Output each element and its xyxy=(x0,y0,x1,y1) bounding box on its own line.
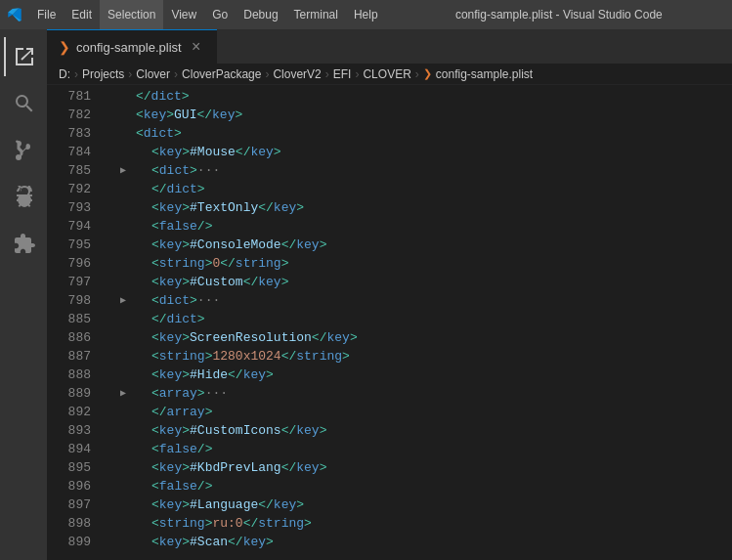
code-line-887: <string>1280x1024</string> xyxy=(101,347,722,366)
code-line-785: ▶ <dict>··· xyxy=(101,161,722,180)
file-icon: ❯ xyxy=(59,39,70,55)
code-line-796: <string>0</string> xyxy=(101,254,722,273)
source-control-icon[interactable] xyxy=(4,131,43,170)
menu-help[interactable]: Help xyxy=(346,0,386,29)
code-line-782: <key>GUI</key> xyxy=(101,106,722,124)
code-line-784: <key>#Mouse</key> xyxy=(101,143,722,161)
code-line-794: <false/> xyxy=(101,217,722,236)
code-line-885: </dict> xyxy=(101,310,722,328)
code-line-899: <key>#Scan</key> xyxy=(101,533,722,551)
code-line-892: </array> xyxy=(101,403,722,421)
collapse-arrow-785[interactable]: ▶ xyxy=(120,161,136,180)
code-lines: </dict> <key>GUI</key> <dict> <key>#Mous… xyxy=(101,85,722,560)
menu-selection[interactable]: Selection xyxy=(100,0,163,29)
collapse-arrow-889[interactable]: ▶ xyxy=(120,384,136,403)
scrollbar[interactable] xyxy=(722,85,732,560)
main-layout: ❯ config-sample.plist × D: › Projects › … xyxy=(0,29,732,560)
breadcrumb-item-d[interactable]: D: xyxy=(59,67,70,81)
code-line-898: <string>ru:0</string> xyxy=(101,514,722,533)
debug-icon[interactable] xyxy=(4,178,43,217)
code-editor[interactable]: 781 782 783 784 785 792 793 794 795 796 … xyxy=(47,85,732,560)
tab-label: config-sample.plist xyxy=(76,40,182,55)
code-line-893: <key>#CustomIcons</key> xyxy=(101,421,722,440)
code-line-793: <key>#TextOnly</key> xyxy=(101,198,722,217)
breadcrumb-item-cloverv2[interactable]: CloverV2 xyxy=(273,67,321,81)
code-line-889: ▶ <array>··· xyxy=(101,384,722,403)
code-line-798: ▶ <dict>··· xyxy=(101,291,722,310)
breadcrumb-item-clover[interactable]: Clover xyxy=(136,67,170,81)
menu-go[interactable]: Go xyxy=(204,0,236,29)
window-title: config-sample.plist - Visual Studio Code xyxy=(386,8,732,22)
code-line-795: <key>#ConsoleMode</key> xyxy=(101,236,722,254)
code-line-797: <key>#Custom</key> xyxy=(101,273,722,291)
tab-close-button[interactable]: × xyxy=(188,38,205,56)
menu-view[interactable]: View xyxy=(163,0,204,29)
active-tab[interactable]: ❯ config-sample.plist × xyxy=(47,29,217,64)
breadcrumb-item-projects[interactable]: Projects xyxy=(82,67,124,81)
menu-terminal[interactable]: Terminal xyxy=(286,0,346,29)
breadcrumb-item-efi[interactable]: EFI xyxy=(333,67,352,81)
vscode-icon xyxy=(0,0,29,29)
titlebar: File Edit Selection View Go Debug Termin… xyxy=(0,0,732,29)
activity-bar xyxy=(0,29,47,560)
code-line-886: <key>ScreenResolution</key> xyxy=(101,328,722,347)
code-line-783: <dict> xyxy=(101,124,722,143)
code-line-894: <false/> xyxy=(101,440,722,458)
extensions-icon[interactable] xyxy=(4,225,43,264)
breadcrumb-item-clover2[interactable]: CLOVER xyxy=(363,67,410,81)
breadcrumb: D: › Projects › Clover › CloverPackage ›… xyxy=(47,64,732,85)
search-icon[interactable] xyxy=(4,84,43,123)
code-line-895: <key>#KbdPrevLang</key> xyxy=(101,458,722,477)
code-line-897: <key>#Language</key> xyxy=(101,495,722,514)
menu-debug[interactable]: Debug xyxy=(236,0,285,29)
code-line-781: </dict> xyxy=(101,87,722,106)
tab-bar: ❯ config-sample.plist × xyxy=(47,29,732,64)
code-line-896: <false/> xyxy=(101,477,722,495)
breadcrumb-item-cloverpackage[interactable]: CloverPackage xyxy=(182,67,261,81)
editor-area: ❯ config-sample.plist × D: › Projects › … xyxy=(47,29,732,560)
menu-file[interactable]: File xyxy=(29,0,64,29)
code-line-792: </dict> xyxy=(101,180,722,198)
code-line-888: <key>#Hide</key> xyxy=(101,366,722,384)
collapse-arrow-798[interactable]: ▶ xyxy=(120,291,136,310)
line-numbers: 781 782 783 784 785 792 793 794 795 796 … xyxy=(47,85,101,560)
breadcrumb-item-file[interactable]: config-sample.plist xyxy=(436,67,533,81)
menu-edit[interactable]: Edit xyxy=(64,0,100,29)
explorer-icon[interactable] xyxy=(4,37,43,76)
